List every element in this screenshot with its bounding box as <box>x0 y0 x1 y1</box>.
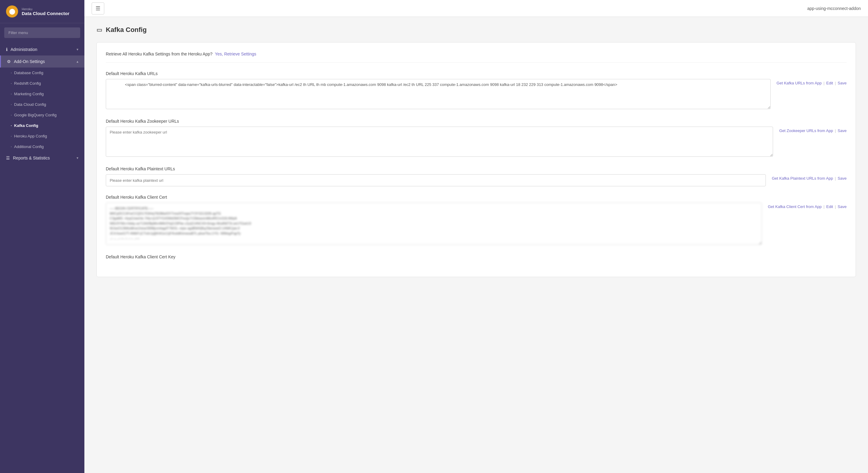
edit-client-cert-link[interactable]: Edit <box>827 204 833 209</box>
chevron-icon: ▾ <box>76 156 79 160</box>
bullet-icon: • <box>11 71 12 74</box>
edit-kafka-urls-link[interactable]: Edit <box>827 81 833 85</box>
sidebar-item-label: Additional Config <box>14 144 44 149</box>
app-logo-icon: ⬤ <box>6 5 18 18</box>
page-title: ▭ Kafka Config <box>96 26 856 34</box>
retrieve-settings-link[interactable]: Yes, Retrieve Settings <box>215 52 256 56</box>
field-input-wrap-client-cert: -----BEGIN CERTIFICATE----- MIICpDCCAYwC… <box>106 203 762 246</box>
page-title-text: Kafka Config <box>106 26 147 34</box>
field-row-kafka-urls: <span class="blurred-content" data-name=… <box>106 79 846 110</box>
bullet-icon: • <box>11 93 12 95</box>
field-label-kafka-urls: Default Heroku Kafka URLs <box>106 71 846 76</box>
kafka-urls-input[interactable]: <span class="blurred-content" data-name=… <box>106 79 771 109</box>
sidebar-item-redshift-config[interactable]: • Redshift Config <box>0 78 84 89</box>
field-input-wrap-plaintext-urls <box>106 174 766 186</box>
plaintext-urls-input[interactable] <box>106 174 766 186</box>
sidebar-item-datacloud-config[interactable]: • Data Cloud Config <box>0 99 84 110</box>
get-zookeeper-urls-link[interactable]: Get Zookeeper URLs from App <box>779 128 833 133</box>
save-kafka-urls-link[interactable]: Save <box>838 81 846 85</box>
sidebar-item-addon-settings[interactable]: ⚙ Add-On Settings ▴ <box>0 56 84 67</box>
nav-section: ℹ Administration ▾ ⚙ Add-On Settings ▴ •… <box>0 42 84 165</box>
sidebar-item-label: Reports & Statistics <box>13 155 50 160</box>
sidebar-item-label: Heroku App Config <box>14 134 47 138</box>
chevron-icon: ▴ <box>76 59 79 64</box>
sidebar-item-marketing-config[interactable]: • Marketing Config <box>0 89 84 99</box>
field-input-wrap-kafka-urls: <span class="blurred-content" data-name=… <box>106 79 771 110</box>
bullet-icon: • <box>11 103 12 106</box>
sidebar-item-label: Administration <box>10 47 37 52</box>
content-area: ▭ Kafka Config Retrieve All Heroku Kafka… <box>84 17 868 473</box>
topbar: ☰ app-using-mcconnect-addon <box>84 0 868 17</box>
sidebar-item-administration[interactable]: ℹ Administration ▾ <box>0 43 84 56</box>
filter-menu-input[interactable] <box>4 27 80 38</box>
bullet-icon: • <box>11 82 12 85</box>
field-actions-client-cert: Get Kafka Client Cert from App | Edit | … <box>768 203 846 209</box>
field-plaintext-urls: Default Heroku Kafka Plaintext URLs Get … <box>106 167 846 186</box>
sidebar-item-label: Google BigQuery Config <box>14 113 57 117</box>
sidebar-logo-text: Heroku Data Cloud Connector <box>22 7 69 16</box>
retrieve-row: Retrieve All Heroku Kafka Settings from … <box>106 52 846 63</box>
sidebar-item-additional-config[interactable]: • Additional Config <box>0 141 84 152</box>
bullet-icon: • <box>11 124 12 127</box>
sidebar-item-reports[interactable]: ☰ Reports & Statistics ▾ <box>0 152 84 164</box>
sidebar-item-label: Marketing Config <box>14 92 44 96</box>
save-plaintext-urls-link[interactable]: Save <box>838 176 846 181</box>
field-client-cert: Default Heroku Kafka Client Cert -----BE… <box>106 195 846 246</box>
zookeeper-urls-input[interactable] <box>106 127 773 157</box>
field-label-zookeeper-urls: Default Heroku Kafka Zookeeper URLs <box>106 119 846 124</box>
client-cert-input[interactable]: -----BEGIN CERTIFICATE----- MIICpDCCAYwC… <box>106 203 762 245</box>
sidebar-item-label: Add-On Settings <box>14 59 45 64</box>
save-client-cert-link[interactable]: Save <box>838 204 846 209</box>
topbar-app-name: app-using-mcconnect-addon <box>807 6 861 11</box>
bullet-icon: • <box>11 135 12 138</box>
logo-name: Data Cloud Connector <box>22 11 69 16</box>
retrieve-label: Retrieve All Heroku Kafka Settings from … <box>106 52 213 56</box>
get-plaintext-urls-link[interactable]: Get Kafka Plaintext URLs from App <box>772 176 833 181</box>
kafka-config-card: Retrieve All Heroku Kafka Settings from … <box>96 42 856 277</box>
gear-icon: ⚙ <box>7 59 11 64</box>
menu-toggle-button[interactable]: ☰ <box>92 2 104 14</box>
sidebar-item-label: Data Cloud Config <box>14 102 46 107</box>
sidebar-item-database-config[interactable]: • Database Config <box>0 67 84 78</box>
field-input-wrap-zookeeper-urls <box>106 127 773 158</box>
field-zookeeper-urls: Default Heroku Kafka Zookeeper URLs Get … <box>106 119 846 158</box>
field-actions-kafka-urls: Get Kafka URLs from App | Edit | Save <box>777 79 846 85</box>
field-client-cert-key: Default Heroku Kafka Client Cert Key <box>106 255 846 259</box>
sidebar-item-bigquery-config[interactable]: • Google BigQuery Config <box>0 110 84 120</box>
field-row-zookeeper-urls: Get Zookeeper URLs from App | Save <box>106 127 846 158</box>
get-kafka-urls-link[interactable]: Get Kafka URLs from App <box>777 81 822 85</box>
bullet-icon: • <box>11 114 12 116</box>
sidebar-item-label: Database Config <box>14 70 43 75</box>
get-client-cert-link[interactable]: Get Kafka Client Cert from App <box>768 204 822 209</box>
sidebar-item-kafka-config[interactable]: • Kafka Config <box>0 120 84 131</box>
save-zookeeper-urls-link[interactable]: Save <box>838 128 846 133</box>
logo-sub: Heroku <box>22 7 69 11</box>
field-label-plaintext-urls: Default Heroku Kafka Plaintext URLs <box>106 167 846 171</box>
chevron-icon: ▾ <box>76 47 79 52</box>
field-label-client-cert-key: Default Heroku Kafka Client Cert Key <box>106 255 846 259</box>
sidebar: ⬤ Heroku Data Cloud Connector ℹ Administ… <box>0 0 84 473</box>
field-kafka-urls: Default Heroku Kafka URLs <span class="b… <box>106 71 846 110</box>
reports-icon: ☰ <box>6 155 10 160</box>
sidebar-item-heroku-app-config[interactable]: • Heroku App Config <box>0 131 84 141</box>
sidebar-logo: ⬤ Heroku Data Cloud Connector <box>0 0 84 23</box>
field-row-client-cert: -----BEGIN CERTIFICATE----- MIICpDCCAYwC… <box>106 203 846 246</box>
sidebar-item-label: Redshift Config <box>14 81 41 86</box>
field-actions-plaintext-urls: Get Kafka Plaintext URLs from App | Save <box>772 174 846 181</box>
main-content: ☰ app-using-mcconnect-addon ▭ Kafka Conf… <box>84 0 868 473</box>
bullet-icon: • <box>11 145 12 148</box>
kafka-config-icon: ▭ <box>96 26 102 33</box>
field-label-client-cert: Default Heroku Kafka Client Cert <box>106 195 846 200</box>
field-row-plaintext-urls: Get Kafka Plaintext URLs from App | Save <box>106 174 846 186</box>
field-actions-zookeeper-urls: Get Zookeeper URLs from App | Save <box>779 127 846 133</box>
info-icon: ℹ <box>6 47 7 52</box>
sidebar-item-label: Kafka Config <box>14 123 38 128</box>
